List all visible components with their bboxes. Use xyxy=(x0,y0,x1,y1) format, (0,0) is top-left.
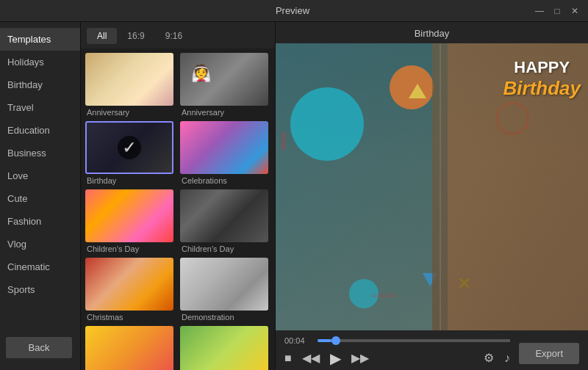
stop-button[interactable]: ■ xyxy=(284,352,292,364)
template-label-anniversary2: Anniversary xyxy=(180,108,270,117)
prev-button[interactable]: ◀◀ xyxy=(302,352,320,364)
template-thumb-anniversary1 xyxy=(85,53,173,106)
template-label-celebrations: Celebrations xyxy=(180,176,270,185)
sidebar-item-vlog[interactable]: Vlog xyxy=(0,233,80,255)
back-button[interactable]: Back xyxy=(6,337,72,358)
main-layout: Templates Holidays Birthday Travel Educa… xyxy=(0,22,588,370)
scene-wavy-decoration: ≈≈≈≈≈ xyxy=(279,131,287,148)
time-start: 00:04 xyxy=(284,336,310,345)
template-card-anniversary2[interactable]: 👰 Anniversary xyxy=(180,53,270,117)
scene-circle-teal xyxy=(290,87,364,161)
template-card-extra2[interactable] xyxy=(180,326,270,370)
template-card-celebrations[interactable]: Celebrations xyxy=(180,121,270,185)
ratio-tabs: All 16:9 9:16 xyxy=(81,22,275,48)
template-thumb-christmas xyxy=(85,258,173,311)
template-thumb-anniversary2: 👰 xyxy=(180,53,268,106)
board-line xyxy=(440,43,441,330)
template-thumb-demonstration xyxy=(180,258,268,311)
window-controls: — □ ✕ xyxy=(534,6,581,16)
music-button[interactable]: ♪ xyxy=(504,352,510,364)
playback-buttons: ■ ◀◀ ▶ ▶▶ xyxy=(284,351,369,366)
sidebar-item-cute[interactable]: Cute xyxy=(0,187,80,210)
sidebar-item-fashion[interactable]: Fashion xyxy=(0,210,80,233)
template-panel: All 16:9 9:16 Anniversary 👰 Anniversary … xyxy=(81,22,276,370)
sidebar-item-birthday[interactable]: Birthday xyxy=(0,73,80,96)
template-thumb-extra2 xyxy=(180,326,268,370)
template-card-demonstration[interactable]: Demonstration xyxy=(180,258,270,322)
minimize-button[interactable]: — xyxy=(534,6,545,16)
play-button[interactable]: ▶ xyxy=(330,351,341,366)
template-grid: Anniversary 👰 Anniversary ✓ Birthday Cel… xyxy=(81,48,275,370)
window-title: Preview xyxy=(51,5,534,16)
happy-text: HAPPY xyxy=(503,58,581,77)
template-label-christmas: Christmas xyxy=(85,313,176,322)
maximize-button[interactable]: □ xyxy=(551,6,563,16)
template-thumb-extra1 xyxy=(85,326,173,370)
template-card-childrensday1[interactable]: Children's Day xyxy=(85,189,176,253)
template-card-childrensday2[interactable]: Children's Day xyxy=(180,189,270,253)
scene-triangle xyxy=(409,84,426,98)
template-thumb-celebrations xyxy=(180,121,268,174)
title-bar: Preview — □ ✕ xyxy=(0,0,588,22)
next-button[interactable]: ▶▶ xyxy=(351,352,369,364)
progress-thumb[interactable] xyxy=(331,336,340,345)
preview-video: ✕ ≈≈≈≈≈ ≈≈≈≈≈ HAPPY Birthday xyxy=(276,43,588,330)
sidebar: Templates Holidays Birthday Travel Educa… xyxy=(0,22,81,370)
template-label-birthday: Birthday xyxy=(85,176,176,185)
sidebar-item-sports[interactable]: Sports xyxy=(0,278,80,301)
template-thumb-childrensday1 xyxy=(85,189,173,242)
preview-title: Birthday xyxy=(276,22,588,43)
template-card-extra1[interactable] xyxy=(85,326,176,370)
template-card-anniversary1[interactable]: Anniversary xyxy=(85,53,176,117)
export-area: Export xyxy=(510,337,588,370)
tab-16-9[interactable]: 16:9 xyxy=(117,28,154,44)
settings-button[interactable]: ⚙ xyxy=(484,352,494,364)
sidebar-item-travel[interactable]: Travel xyxy=(0,96,80,119)
sidebar-item-love[interactable]: Love xyxy=(0,164,80,187)
preview-panel: Birthday ✕ ≈≈≈≈≈ ≈≈≈≈≈ HAPPY xyxy=(276,22,588,370)
template-card-birthday[interactable]: ✓ Birthday xyxy=(85,121,176,185)
template-label-childrensday2: Children's Day xyxy=(180,244,270,253)
template-label-anniversary1: Anniversary xyxy=(85,108,176,117)
sidebar-item-templates[interactable]: Templates xyxy=(0,28,80,51)
sidebar-item-holidays[interactable]: Holidays xyxy=(0,51,80,73)
export-button[interactable]: Export xyxy=(519,343,579,364)
template-label-demonstration: Demonstration xyxy=(180,313,270,322)
birthday-text: Birthday xyxy=(503,77,581,100)
template-label-childrensday1: Children's Day xyxy=(85,244,176,253)
tab-9-16[interactable]: 9:16 xyxy=(155,28,193,44)
template-card-christmas[interactable]: Christmas xyxy=(85,258,176,322)
template-thumb-childrensday2 xyxy=(180,189,268,242)
sidebar-item-education[interactable]: Education xyxy=(0,119,80,142)
template-thumb-birthday: ✓ xyxy=(85,121,173,174)
scene-wavy-decoration2: ≈≈≈≈≈ xyxy=(371,290,398,301)
birthday-text-overlay: HAPPY Birthday xyxy=(503,58,581,100)
sidebar-item-cinematic[interactable]: Cinematic xyxy=(0,255,80,278)
progress-fill xyxy=(318,339,331,342)
close-button[interactable]: ✕ xyxy=(569,6,581,16)
tab-all[interactable]: All xyxy=(87,28,117,44)
sidebar-item-business[interactable]: Business xyxy=(0,142,80,164)
